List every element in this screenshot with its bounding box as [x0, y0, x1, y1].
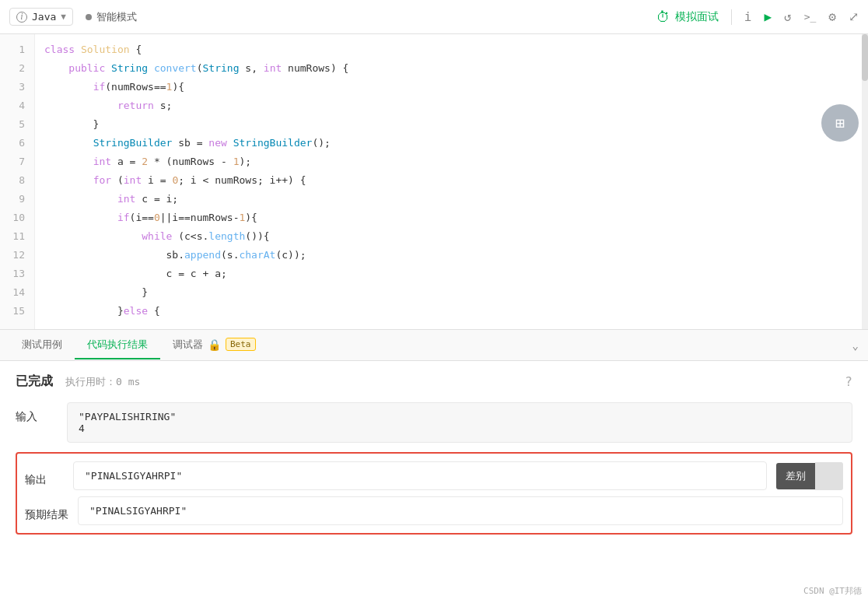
lock-icon: 🔒: [208, 338, 221, 351]
code-line-4: return s;: [44, 96, 859, 115]
tab-debugger[interactable]: 调试器 🔒 Beta: [160, 331, 268, 359]
code-line-10: if(i==0||i==numRows-1){: [44, 209, 859, 227]
bookmark-icon: ⊞: [835, 114, 845, 132]
language-label: Java: [32, 11, 56, 23]
input-row: 输入 "PAYPALISHIRING" 4: [16, 402, 852, 443]
exec-time-value: 0 ms: [116, 376, 140, 387]
smart-mode-dot: [86, 14, 92, 20]
status-completed: 已完成: [16, 373, 53, 390]
tab-execution-result[interactable]: 代码执行结果: [75, 331, 160, 359]
toolbar-right: ⏱ 模拟面试 i ▶ ↺ >_ ⚙ ⤢: [656, 9, 859, 25]
code-line-8: for (int i = 0; i < numRows; i++) {: [44, 171, 859, 190]
expand-icon[interactable]: ⤢: [849, 9, 859, 24]
code-line-7: int a = 2 * (numRows - 1);: [44, 153, 859, 171]
code-editor: 1 2 3 4 5 6 7 8 9 10 11 12 13 14 15 clas…: [0, 34, 868, 330]
diff-square-button[interactable]: [815, 462, 843, 490]
output-row: 输出 "PINALSIGYAHRPI" 差别: [25, 461, 843, 490]
watermark: CSDN @IT邦德: [803, 585, 862, 597]
output-box: "PINALSIGYAHRPI": [73, 461, 767, 490]
language-selector[interactable]: i Java ▼: [9, 8, 73, 26]
diff-button-group: 差别: [776, 462, 843, 490]
code-body[interactable]: class Solution { public String convert(S…: [35, 34, 868, 329]
input-value-1: "PAYPALISHIRING": [79, 411, 841, 422]
code-line-15: }else {: [44, 302, 859, 321]
terminal-icon[interactable]: >_: [804, 11, 817, 23]
chevron-down-icon: ▼: [61, 12, 66, 22]
scroll-thumb[interactable]: [862, 34, 868, 81]
exec-time-label: 执行用时：: [65, 376, 116, 387]
code-line-1: class Solution {: [44, 40, 859, 59]
italic-icon[interactable]: i: [744, 9, 752, 24]
code-line-9: int c = i;: [44, 190, 859, 209]
code-line-6: StringBuilder sb = new StringBuilder();: [44, 134, 859, 153]
simulate-button[interactable]: ⏱ 模拟面试: [656, 9, 719, 25]
smart-mode-toggle[interactable]: 智能模式: [86, 10, 137, 24]
tabs-bar: 测试用例 代码执行结果 调试器 🔒 Beta ⌄: [0, 330, 868, 361]
code-line-14: }: [44, 283, 859, 302]
code-line-11: while (c<s.length()){: [44, 227, 859, 246]
input-box: "PAYPALISHIRING" 4: [67, 402, 852, 443]
tab-testcase[interactable]: 测试用例: [9, 331, 75, 359]
toolbar: i Java ▼ 智能模式 ⏱ 模拟面试 i ▶ ↺ >_ ⚙ ⤢: [0, 0, 868, 34]
diff-button[interactable]: 差别: [776, 463, 815, 489]
expected-row: 预期结果 "PINALSIGYAHRPI": [25, 496, 843, 525]
output-label: 输出: [25, 465, 64, 487]
expected-label: 预期结果: [25, 500, 68, 522]
toolbar-left: i Java ▼ 智能模式: [9, 8, 137, 26]
run-icon[interactable]: ▶: [764, 9, 772, 24]
chevron-down-icon[interactable]: ⌄: [852, 339, 859, 352]
simulate-icon: ⏱: [656, 9, 670, 25]
code-line-3: if(numRows==1){: [44, 78, 859, 96]
scrollbar[interactable]: [862, 34, 868, 329]
tab-debugger-label: 调试器: [173, 338, 203, 352]
input-label: 输入: [16, 402, 54, 424]
help-icon[interactable]: ?: [845, 374, 852, 389]
refresh-icon[interactable]: ↺: [784, 9, 792, 24]
results-area: 已完成 执行用时：0 ms ? 输入 "PAYPALISHIRING" 4 输出…: [0, 361, 868, 547]
expected-box: "PINALSIGYAHRPI": [78, 496, 843, 525]
code-line-5: }: [44, 115, 859, 134]
code-line-12: sb.append(s.charAt(c));: [44, 246, 859, 265]
output-section: 输出 "PINALSIGYAHRPI" 差别 预期结果 "PINALSIGYAH…: [16, 452, 852, 535]
code-line-2: public String convert(String s, int numR…: [44, 59, 859, 78]
line-numbers: 1 2 3 4 5 6 7 8 9 10 11 12 13 14 15: [0, 34, 35, 329]
exec-time: 执行用时：0 ms: [65, 375, 140, 389]
expected-value: "PINALSIGYAHRPI": [89, 505, 187, 517]
input-value-2: 4: [79, 422, 841, 434]
status-row: 已完成 执行用时：0 ms ?: [16, 373, 852, 390]
bookmark-button[interactable]: ⊞: [821, 104, 859, 142]
code-line-13: c = c + a;: [44, 265, 859, 283]
info-icon: i: [16, 12, 27, 23]
simulate-label: 模拟面试: [675, 10, 719, 24]
smart-mode-label: 智能模式: [96, 10, 137, 24]
settings-icon[interactable]: ⚙: [828, 9, 836, 24]
beta-badge: Beta: [226, 338, 256, 351]
divider: [731, 9, 732, 25]
tabs-left: 测试用例 代码执行结果 调试器 🔒 Beta: [9, 331, 268, 359]
output-value: "PINALSIGYAHRPI": [85, 470, 182, 482]
